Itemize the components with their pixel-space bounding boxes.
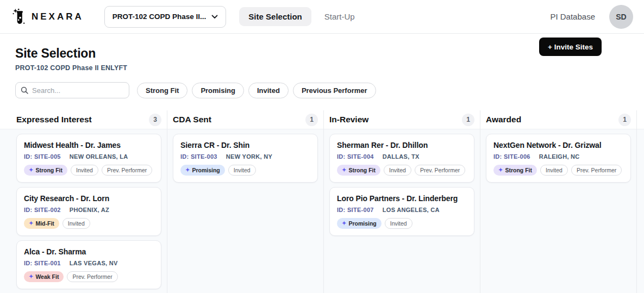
filter-chips: Strong FitPromisingInvitedPrevious Perfo… [137, 83, 376, 98]
search-box[interactable] [15, 82, 129, 98]
fit-badge-label: Promising [348, 220, 376, 227]
tab-site-selection[interactable]: Site Selection [239, 7, 311, 26]
nav-tabs: Site Selection Start-Up [239, 7, 362, 26]
site-id: ID: SITE-002 [24, 207, 61, 213]
protocol-selector-dropdown[interactable]: PROT-102 COPD Phase II... [104, 6, 227, 28]
protocol-selector-value: PROT-102 COPD Phase II... [112, 13, 207, 21]
top-nav: NEXARA PROT-102 COPD Phase II... Site Se… [0, 0, 644, 34]
site-card-title: Midwest Health - Dr. James [24, 141, 154, 149]
tag-badge-prev-performer: Prev. Performer [571, 165, 622, 176]
fit-badge-label: Weak Fit [35, 273, 59, 280]
tag-badge-invited: Invited [62, 218, 90, 229]
page-header: Site Selection PROT-102 COPD Phase II EN… [0, 34, 644, 72]
fit-badge-weak-fit: ✦Weak Fit [24, 271, 64, 282]
tag-badge-invited: Invited [385, 218, 412, 229]
site-location: NEW ORLEANS, LA [70, 153, 128, 160]
tab-start-up[interactable]: Start-Up [317, 7, 362, 26]
column-title: CDA Sent [173, 115, 211, 124]
column-body: Sierra CR - Dr. ShinID: SITE-003NEW YORK… [167, 129, 323, 293]
board-column-cda-sent: CDA Sent1Sierra CR - Dr. ShinID: SITE-00… [167, 110, 324, 293]
fit-badge-label: Strong Fit [35, 167, 62, 173]
page-title: Site Selection [15, 46, 629, 61]
sparkles-icon: ✦ [185, 167, 190, 173]
site-card-title: Alca - Dr. Sharma [24, 247, 154, 256]
column-title: In-Review [329, 115, 368, 124]
column-count-badge: 1 [462, 114, 474, 126]
site-card[interactable]: Alca - Dr. SharmaID: SITE-001LAS VEGAS, … [16, 240, 161, 289]
site-card-meta: ID: SITE-005NEW ORLEANS, LA [24, 153, 154, 160]
site-card-meta: ID: SITE-001LAS VEGAS, NV [24, 260, 154, 266]
column-count-badge: 1 [305, 114, 318, 126]
site-selection-page: NEXARA PROT-102 COPD Phase II... Site Se… [0, 0, 644, 293]
filter-chip-previous-performer[interactable]: Previous Performer [293, 83, 376, 98]
site-card[interactable]: Sierra CR - Dr. ShinID: SITE-003NEW YORK… [173, 134, 318, 183]
site-id: ID: SITE-007 [337, 207, 374, 213]
pi-database-link[interactable]: PI Database [550, 12, 595, 21]
column-title: Expressed Interest [16, 115, 92, 124]
column-header: Awarded1 [480, 110, 636, 129]
search-icon [21, 86, 28, 94]
invite-sites-button[interactable]: + Invite Sites [539, 38, 602, 56]
sparkles-icon: ✦ [29, 167, 33, 173]
fit-badge-mid-fit: ✦Mid-Fit [24, 218, 59, 229]
column-header: Expressed Interest3 [11, 110, 167, 129]
column-body: NextGen Network - Dr. GrizwalID: SITE-00… [480, 129, 636, 293]
site-location: DALLAS, TX [383, 153, 420, 160]
column-title: Awarded [486, 115, 521, 124]
site-card-meta: ID: SITE-003NEW YORK, NY [180, 153, 310, 160]
user-avatar[interactable]: SD [609, 5, 633, 29]
site-location: NEW YORK, NY [226, 153, 272, 160]
site-card-tags: ✦Strong FitInvitedPrev. Performer [337, 165, 467, 176]
search-input[interactable] [32, 86, 128, 95]
column-count-badge: 1 [618, 114, 631, 126]
tag-badge-prev-performer: Prev. Performer [415, 165, 465, 176]
fit-badge-strong-fit: ✦Strong Fit [337, 165, 380, 176]
protocol-subtitle: PROT-102 COPD Phase II ENLYFT [15, 64, 629, 72]
tag-badge-prev-performer: Prev. Performer [102, 165, 152, 176]
filter-chip-invited[interactable]: Invited [248, 83, 289, 98]
site-card-meta: ID: SITE-002PHOENIX, AZ [24, 207, 154, 213]
site-id: ID: SITE-003 [180, 153, 217, 160]
site-card-tags: ✦Strong FitInvitedPrev. Performer [493, 165, 623, 176]
brand-name: NEXARA [32, 11, 84, 22]
fit-badge-strong-fit: ✦Strong Fit [493, 165, 537, 176]
site-card-tags: ✦Strong FitInvitedPrev. Performer [24, 165, 154, 176]
site-card[interactable]: Loro Pio Partners - Dr. LinderbergID: SI… [329, 187, 474, 236]
fit-badge-promising: ✦Promising [180, 165, 225, 176]
chevron-down-icon [211, 15, 218, 19]
site-location: PHOENIX, AZ [70, 207, 109, 213]
tag-badge-invited: Invited [384, 165, 411, 176]
site-card[interactable]: Sherman Rer - Dr. DhillonID: SITE-004DAL… [329, 134, 474, 183]
tag-badge-invited: Invited [228, 165, 256, 176]
site-card-tags: ✦PromisingInvited [337, 218, 467, 229]
site-card-meta: ID: SITE-007LOS ANGELES, CA [337, 207, 467, 213]
site-card-title: NextGen Network - Dr. Grizwal [493, 141, 623, 149]
fit-badge-promising: ✦Promising [337, 218, 382, 229]
sparkles-icon: ✦ [498, 167, 503, 173]
filter-chip-promising[interactable]: Promising [192, 83, 244, 98]
site-id: ID: SITE-001 [24, 260, 61, 266]
board-column-in-review: In-Review1Sherman Rer - Dr. DhillonID: S… [324, 110, 480, 293]
site-card-tags: ✦PromisingInvited [180, 165, 310, 176]
tag-badge-invited: Invited [540, 165, 568, 176]
sparkles-icon: ✦ [342, 221, 346, 226]
site-card[interactable]: NextGen Network - Dr. GrizwalID: SITE-00… [486, 134, 631, 183]
site-card-title: Sierra CR - Dr. Shin [180, 141, 310, 149]
site-card-tags: ✦Weak FitPrev. Performer [24, 271, 154, 282]
site-location: LAS VEGAS, NV [70, 260, 118, 266]
site-card-title: Sherman Rer - Dr. Dhillon [337, 141, 467, 149]
filter-chip-strong-fit[interactable]: Strong Fit [137, 83, 187, 98]
column-body: Sherman Rer - Dr. DhillonID: SITE-004DAL… [324, 129, 480, 293]
nexara-logo-icon [11, 8, 27, 26]
site-card[interactable]: Midwest Health - Dr. JamesID: SITE-005NE… [16, 134, 161, 183]
column-count-badge: 3 [149, 114, 161, 126]
board-column-awarded: Awarded1NextGen Network - Dr. GrizwalID:… [480, 110, 637, 293]
sparkles-icon: ✦ [342, 167, 346, 173]
column-header: In-Review1 [324, 110, 480, 129]
site-card[interactable]: City Research - Dr. LornID: SITE-002PHOE… [16, 187, 161, 236]
fit-badge-label: Strong Fit [348, 167, 376, 173]
site-id: ID: SITE-004 [337, 153, 374, 160]
site-card-title: City Research - Dr. Lorn [24, 194, 154, 203]
site-card-title: Loro Pio Partners - Dr. Linderberg [337, 194, 467, 203]
fit-badge-strong-fit: ✦Strong Fit [24, 165, 67, 176]
